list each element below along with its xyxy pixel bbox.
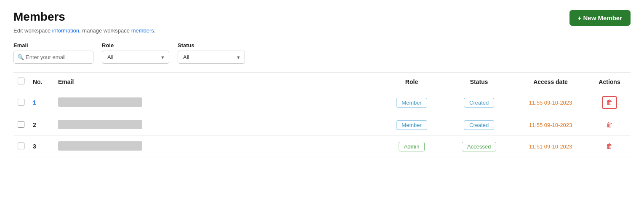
email-placeholder (58, 141, 142, 151)
row-checkbox[interactable] (18, 99, 24, 105)
row-number: 2 (33, 121, 36, 128)
subtitle-info-link[interactable]: information (52, 27, 79, 34)
new-member-button[interactable]: + New Member (569, 10, 631, 26)
role-badge: Member (396, 98, 427, 108)
row-checkbox-cell (13, 114, 29, 136)
status-filter-group: Status All Created Accessed ▼ (178, 42, 245, 64)
row-number: 3 (33, 143, 36, 150)
row-access-date-cell: 11:55 09-10-2023 (513, 114, 588, 136)
col-header-check (13, 73, 29, 91)
email-input[interactable] (13, 51, 93, 64)
role-select[interactable]: All Member Admin (102, 51, 169, 64)
row-checkbox-cell (13, 136, 29, 157)
email-placeholder (58, 120, 142, 129)
status-badge: Accessed (462, 142, 496, 151)
access-date-value: 11:55 09-10-2023 (529, 100, 572, 106)
row-actions-cell: 🗑 (588, 136, 631, 157)
status-label: Status (178, 42, 245, 49)
row-actions-cell: 🗑 (588, 91, 631, 114)
role-filter-group: Role All Member Admin ▼ (102, 42, 169, 64)
status-badge: Created (464, 120, 494, 130)
page-title: Members (13, 10, 65, 24)
col-header-email: Email (54, 73, 378, 91)
role-badge: Admin (399, 142, 425, 151)
access-date-value: 11:51 09-10-2023 (529, 143, 572, 150)
row-email-cell (54, 136, 378, 157)
delete-button[interactable]: 🗑 (603, 119, 616, 130)
col-header-no: No. (29, 73, 54, 91)
table-row: 2 Member Created 11:55 09-10-2023 🗑 (13, 114, 631, 136)
row-status-cell: Created (445, 114, 513, 136)
col-header-access-date: Access date (513, 73, 588, 91)
subtitle-members-link[interactable]: members (131, 27, 154, 34)
filters-row: Email 🔍 Role All Member Admin ▼ Status A… (13, 42, 631, 64)
row-access-date-cell: 11:51 09-10-2023 (513, 136, 588, 157)
role-label: Role (102, 42, 169, 49)
row-number-cell: 3 (29, 136, 54, 157)
row-number-cell: 2 (29, 114, 54, 136)
email-filter-group: Email 🔍 (13, 42, 93, 64)
status-select[interactable]: All Created Accessed (178, 51, 245, 64)
access-date-value: 11:55 09-10-2023 (529, 122, 572, 128)
row-status-cell: Accessed (445, 136, 513, 157)
table-row: 3 Admin Accessed 11:51 09-10-2023 🗑 (13, 136, 631, 157)
status-badge: Created (464, 98, 494, 108)
table-row: 1 Member Created 11:55 09-10-2023 🗑 (13, 91, 631, 114)
subtitle: Edit workspace information, manage works… (13, 27, 631, 34)
row-role-cell: Member (378, 91, 445, 114)
email-placeholder (58, 97, 142, 107)
row-checkbox-cell (13, 91, 29, 114)
row-number-cell: 1 (29, 91, 54, 114)
row-number: 1 (33, 99, 36, 106)
row-email-cell (54, 91, 378, 114)
members-table: No. Email Role Status Access date Action… (13, 72, 631, 157)
col-header-actions: Actions (588, 73, 631, 91)
row-status-cell: Created (445, 91, 513, 114)
row-email-cell (54, 114, 378, 136)
role-badge: Member (396, 120, 427, 130)
col-header-role: Role (378, 73, 445, 91)
delete-button[interactable]: 🗑 (603, 141, 616, 152)
row-access-date-cell: 11:55 09-10-2023 (513, 91, 588, 114)
row-role-cell: Member (378, 114, 445, 136)
delete-button[interactable]: 🗑 (602, 96, 617, 109)
search-icon: 🔍 (17, 54, 24, 60)
email-label: Email (13, 42, 93, 49)
select-all-checkbox[interactable] (18, 78, 24, 84)
col-header-status: Status (445, 73, 513, 91)
row-checkbox[interactable] (18, 121, 24, 128)
row-checkbox[interactable] (18, 143, 24, 149)
row-actions-cell: 🗑 (588, 114, 631, 136)
row-role-cell: Admin (378, 136, 445, 157)
